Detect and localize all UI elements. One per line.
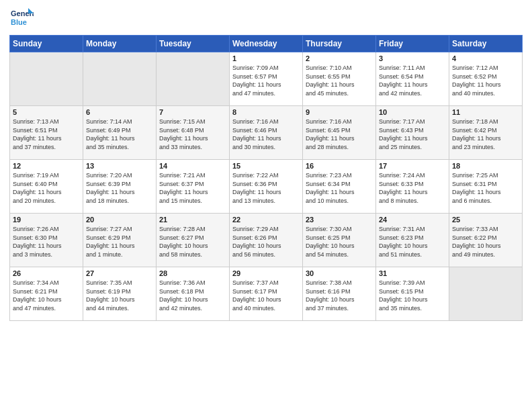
day-cell	[10, 52, 83, 106]
day-cell: 7Sunrise: 7:15 AM Sunset: 6:48 PM Daylig…	[157, 106, 230, 160]
header-cell-sunday: Sunday	[10, 36, 83, 52]
day-cell: 20Sunrise: 7:27 AM Sunset: 6:29 PM Dayli…	[83, 214, 157, 267]
day-info: Sunrise: 7:14 AM Sunset: 6:49 PM Dayligh…	[86, 118, 153, 151]
day-number: 2	[306, 54, 373, 62]
day-info: Sunrise: 7:20 AM Sunset: 6:39 PM Dayligh…	[86, 171, 153, 205]
page-container: General Blue SundayMondayTuesdayWednesda…	[0, 0, 532, 328]
day-cell: 29Sunrise: 7:37 AM Sunset: 6:17 PM Dayli…	[230, 267, 303, 321]
day-cell: 12Sunrise: 7:19 AM Sunset: 6:40 PM Dayli…	[10, 160, 83, 214]
day-info: Sunrise: 7:31 AM Sunset: 6:23 PM Dayligh…	[379, 225, 446, 259]
day-info: Sunrise: 7:28 AM Sunset: 6:27 PM Dayligh…	[159, 225, 226, 259]
day-cell: 4Sunrise: 7:12 AM Sunset: 6:52 PM Daylig…	[449, 52, 523, 106]
day-info: Sunrise: 7:19 AM Sunset: 6:40 PM Dayligh…	[13, 171, 80, 205]
day-cell: 18Sunrise: 7:25 AM Sunset: 6:31 PM Dayli…	[449, 160, 523, 214]
day-info: Sunrise: 7:11 AM Sunset: 6:54 PM Dayligh…	[379, 64, 446, 97]
day-number: 16	[306, 162, 373, 170]
day-info: Sunrise: 7:13 AM Sunset: 6:51 PM Dayligh…	[13, 118, 80, 151]
day-number: 26	[13, 269, 80, 277]
day-number: 22	[232, 216, 300, 224]
calendar-body: 1Sunrise: 7:09 AM Sunset: 6:57 PM Daylig…	[10, 52, 523, 321]
logo-icon: General Blue	[9, 7, 34, 31]
day-info: Sunrise: 7:39 AM Sunset: 6:15 PM Dayligh…	[379, 279, 446, 312]
day-cell: 17Sunrise: 7:24 AM Sunset: 6:33 PM Dayli…	[376, 160, 449, 214]
day-info: Sunrise: 7:35 AM Sunset: 6:19 PM Dayligh…	[86, 279, 153, 312]
day-number: 25	[452, 216, 519, 224]
day-info: Sunrise: 7:25 AM Sunset: 6:31 PM Dayligh…	[452, 171, 519, 205]
day-cell: 23Sunrise: 7:30 AM Sunset: 6:25 PM Dayli…	[303, 214, 376, 267]
day-info: Sunrise: 7:33 AM Sunset: 6:22 PM Dayligh…	[452, 225, 519, 259]
header-cell-wednesday: Wednesday	[230, 36, 303, 52]
day-number: 15	[232, 162, 300, 170]
day-cell: 13Sunrise: 7:20 AM Sunset: 6:39 PM Dayli…	[83, 160, 157, 214]
day-number: 3	[379, 54, 446, 62]
day-info: Sunrise: 7:30 AM Sunset: 6:25 PM Dayligh…	[306, 225, 373, 259]
day-number: 30	[306, 269, 373, 277]
day-info: Sunrise: 7:23 AM Sunset: 6:34 PM Dayligh…	[306, 171, 373, 205]
day-number: 23	[306, 216, 373, 224]
day-info: Sunrise: 7:29 AM Sunset: 6:26 PM Dayligh…	[232, 225, 300, 259]
header-cell-monday: Monday	[83, 36, 157, 52]
calendar-table: SundayMondayTuesdayWednesdayThursdayFrid…	[9, 35, 523, 321]
day-cell: 10Sunrise: 7:17 AM Sunset: 6:43 PM Dayli…	[376, 106, 449, 160]
day-cell: 16Sunrise: 7:23 AM Sunset: 6:34 PM Dayli…	[303, 160, 376, 214]
day-info: Sunrise: 7:12 AM Sunset: 6:52 PM Dayligh…	[452, 64, 519, 97]
week-row-1: 1Sunrise: 7:09 AM Sunset: 6:57 PM Daylig…	[10, 52, 523, 106]
day-info: Sunrise: 7:38 AM Sunset: 6:16 PM Dayligh…	[306, 279, 373, 312]
day-info: Sunrise: 7:22 AM Sunset: 6:36 PM Dayligh…	[232, 171, 300, 205]
svg-text:Blue: Blue	[11, 18, 27, 26]
day-number: 17	[379, 162, 446, 170]
day-cell: 6Sunrise: 7:14 AM Sunset: 6:49 PM Daylig…	[83, 106, 157, 160]
header-row: SundayMondayTuesdayWednesdayThursdayFrid…	[10, 36, 523, 52]
day-info: Sunrise: 7:16 AM Sunset: 6:46 PM Dayligh…	[232, 118, 300, 151]
day-info: Sunrise: 7:36 AM Sunset: 6:18 PM Dayligh…	[159, 279, 226, 312]
day-info: Sunrise: 7:21 AM Sunset: 6:37 PM Dayligh…	[159, 171, 226, 205]
day-number: 5	[13, 108, 80, 116]
day-number: 19	[13, 216, 80, 224]
header-cell-tuesday: Tuesday	[157, 36, 230, 52]
day-cell: 30Sunrise: 7:38 AM Sunset: 6:16 PM Dayli…	[303, 267, 376, 321]
day-cell: 5Sunrise: 7:13 AM Sunset: 6:51 PM Daylig…	[10, 106, 83, 160]
calendar-header: SundayMondayTuesdayWednesdayThursdayFrid…	[10, 36, 523, 52]
week-row-2: 5Sunrise: 7:13 AM Sunset: 6:51 PM Daylig…	[10, 106, 523, 160]
day-info: Sunrise: 7:18 AM Sunset: 6:42 PM Dayligh…	[452, 118, 519, 151]
day-cell: 19Sunrise: 7:26 AM Sunset: 6:30 PM Dayli…	[10, 214, 83, 267]
day-number: 18	[452, 162, 519, 170]
day-number: 21	[159, 216, 226, 224]
day-number: 20	[86, 216, 153, 224]
day-cell	[449, 267, 523, 321]
week-row-5: 26Sunrise: 7:34 AM Sunset: 6:21 PM Dayli…	[10, 267, 523, 321]
day-number: 7	[159, 108, 226, 116]
day-info: Sunrise: 7:34 AM Sunset: 6:21 PM Dayligh…	[13, 279, 80, 312]
day-cell: 14Sunrise: 7:21 AM Sunset: 6:37 PM Dayli…	[157, 160, 230, 214]
day-info: Sunrise: 7:24 AM Sunset: 6:33 PM Dayligh…	[379, 171, 446, 205]
day-cell: 26Sunrise: 7:34 AM Sunset: 6:21 PM Dayli…	[10, 267, 83, 321]
day-info: Sunrise: 7:27 AM Sunset: 6:29 PM Dayligh…	[86, 225, 153, 259]
day-number: 1	[232, 54, 300, 62]
day-info: Sunrise: 7:10 AM Sunset: 6:55 PM Dayligh…	[306, 64, 373, 97]
day-number: 28	[159, 269, 226, 277]
day-cell: 31Sunrise: 7:39 AM Sunset: 6:15 PM Dayli…	[376, 267, 449, 321]
day-cell: 8Sunrise: 7:16 AM Sunset: 6:46 PM Daylig…	[230, 106, 303, 160]
logo: General Blue	[9, 7, 34, 31]
day-number: 10	[379, 108, 446, 116]
day-number: 9	[306, 108, 373, 116]
header-cell-thursday: Thursday	[303, 36, 376, 52]
day-cell: 22Sunrise: 7:29 AM Sunset: 6:26 PM Dayli…	[230, 214, 303, 267]
day-cell	[83, 52, 157, 106]
week-row-4: 19Sunrise: 7:26 AM Sunset: 6:30 PM Dayli…	[10, 214, 523, 267]
header-cell-saturday: Saturday	[449, 36, 523, 52]
day-info: Sunrise: 7:37 AM Sunset: 6:17 PM Dayligh…	[232, 279, 300, 312]
day-number: 8	[232, 108, 300, 116]
header-cell-friday: Friday	[376, 36, 449, 52]
day-cell: 15Sunrise: 7:22 AM Sunset: 6:36 PM Dayli…	[230, 160, 303, 214]
day-number: 27	[86, 269, 153, 277]
day-number: 24	[379, 216, 446, 224]
day-number: 29	[232, 269, 300, 277]
day-cell: 3Sunrise: 7:11 AM Sunset: 6:54 PM Daylig…	[376, 52, 449, 106]
day-info: Sunrise: 7:26 AM Sunset: 6:30 PM Dayligh…	[13, 225, 80, 259]
header: General Blue	[9, 7, 523, 31]
day-info: Sunrise: 7:15 AM Sunset: 6:48 PM Dayligh…	[159, 118, 226, 151]
day-cell: 24Sunrise: 7:31 AM Sunset: 6:23 PM Dayli…	[376, 214, 449, 267]
day-cell: 2Sunrise: 7:10 AM Sunset: 6:55 PM Daylig…	[303, 52, 376, 106]
day-number: 12	[13, 162, 80, 170]
